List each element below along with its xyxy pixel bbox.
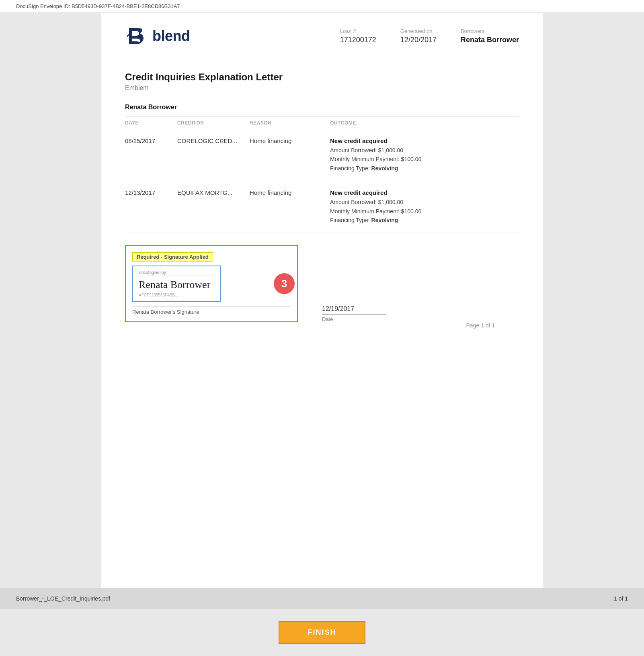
row2-date: 12/13/2017 (125, 189, 177, 196)
signature-box-outer: Required - Signature Applied DocuSigned … (125, 245, 298, 322)
row1-reason: Home financing (250, 137, 330, 144)
document-borrower-name: Renata Borrower (125, 104, 519, 111)
row1-outcome: New credit acquired Amount Borrowed: $1,… (330, 137, 519, 173)
row2-outcome-financing-prefix: Financing Type: (330, 217, 371, 223)
row1-date: 08/25/2017 (125, 137, 177, 144)
page-indicator: Page 1 of 1 (466, 322, 495, 329)
signature-script: Renata Borrower (139, 278, 214, 291)
table-row: 12/13/2017 EQUIFAX MORTG... Home financi… (125, 181, 519, 233)
step-badge[interactable]: 3 (274, 273, 295, 294)
signature-inner-box: DocuSigned by: Renata Borrower AFCF92955… (132, 266, 221, 302)
main-document-area: blend Loan # 171200172 Generated on 12/2… (101, 13, 543, 588)
logo-area: blend (125, 25, 190, 47)
document-title: Credit Inquiries Explanation Letter (125, 72, 519, 83)
row1-outcome-line2: Monthly Minimum Payment: $100.00 (330, 155, 519, 163)
bottom-bar: Borrower_-_LOE_Credit_Inquiries.pdf 1 of… (0, 588, 644, 609)
generated-date-value: 12/20/2017 (400, 36, 437, 44)
signature-row-wrapper: DocuSigned by: Renata Borrower AFCF92955… (132, 266, 291, 302)
logo-text: blend (152, 28, 190, 45)
signature-date-label: Date (322, 316, 519, 322)
row2-outcome: New credit acquired Amount Borrowed: $1,… (330, 189, 519, 225)
row2-outcome-line3: Financing Type: Revolving (330, 216, 519, 225)
document-body: Credit Inquiries Explanation Letter Embl… (125, 55, 519, 322)
row2-reason: Home financing (250, 189, 330, 196)
signature-name-label: Renata Borrower's Signature (132, 306, 291, 315)
col-header-outcome: OUTCOME (330, 120, 519, 126)
row1-creditor: CORELOGIC CRED... (177, 137, 250, 144)
borrowers-name-value: Renata Borrower (461, 36, 519, 44)
col-header-date: DATE (125, 120, 177, 126)
document-subtitle: Emblem (125, 84, 519, 92)
filename-label: Borrower_-_LOE_Credit_Inquiries.pdf (16, 595, 110, 602)
loan-label: Loan # (340, 28, 376, 34)
row2-outcome-financing-type: Revolving (371, 217, 398, 223)
row1-outcome-financing-prefix: Financing Type: (330, 165, 371, 172)
borrowers-label: Borrowers (461, 28, 519, 34)
row1-outcome-line1: Amount Borrowed: $1,000.00 (330, 146, 519, 155)
row2-outcome-line1: Amount Borrowed: $1,000.00 (330, 198, 519, 206)
blend-logo-icon (125, 25, 148, 47)
row2-outcome-line2: Monthly Minimum Payment: $100.00 (330, 207, 519, 216)
table-header: DATE CREDITOR REASON OUTCOME (125, 116, 519, 129)
table-row: 08/25/2017 CORELOGIC CRED... Home financ… (125, 129, 519, 181)
docusign-envelope-bar: DocuSign Envelope ID: B5D5493D-937F-4B24… (0, 0, 644, 13)
row1-outcome-title: New credit acquired (330, 137, 519, 144)
required-signature-badge: Required - Signature Applied (132, 252, 213, 262)
signature-section: Required - Signature Applied DocuSigned … (125, 245, 519, 322)
page-count-label: 1 of 1 (614, 595, 628, 602)
generated-date-block: Generated on 12/20/2017 (400, 28, 437, 44)
generated-label: Generated on (400, 28, 437, 34)
signature-hash: AFCF9295563F4BB... (139, 293, 214, 297)
finish-button[interactable]: FINISH (279, 621, 365, 644)
row1-outcome-line3: Financing Type: Revolving (330, 164, 519, 173)
col-header-creditor: CREDITOR (177, 120, 250, 126)
col-header-reason: REASON (250, 120, 330, 126)
date-section: 12/19/2017 Date (322, 305, 519, 322)
header-meta: Loan # 171200172 Generated on 12/20/2017… (340, 28, 519, 44)
row1-outcome-financing-type: Revolving (371, 165, 398, 172)
row2-outcome-title: New credit acquired (330, 189, 519, 196)
date-and-page: 12/19/2017 Date Page 1 of 1 (322, 305, 519, 322)
docusigned-label: DocuSigned by: (139, 270, 214, 276)
finish-bar: FINISH (0, 609, 644, 656)
loan-number-block: Loan # 171200172 (340, 28, 376, 44)
document-header: blend Loan # 171200172 Generated on 12/2… (125, 13, 519, 55)
row2-creditor: EQUIFAX MORTG... (177, 189, 250, 196)
borrowers-block: Borrowers Renata Borrower (461, 28, 519, 44)
envelope-id-text: DocuSign Envelope ID: B5D5493D-937F-4B24… (16, 3, 180, 9)
loan-number-value: 171200172 (340, 36, 376, 44)
signature-date-value: 12/19/2017 (322, 305, 386, 315)
